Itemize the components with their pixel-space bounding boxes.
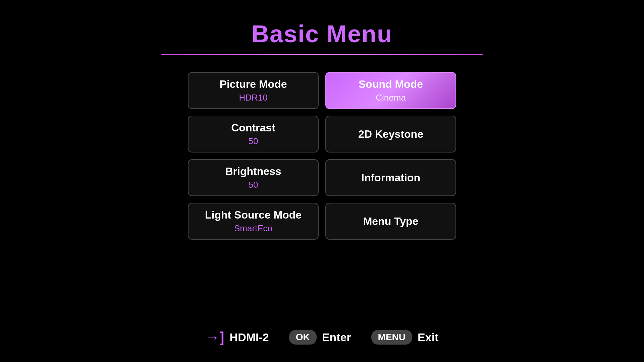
input-source-icon: →] — [206, 329, 224, 345]
input-source-section: →] HDMI-2 — [206, 329, 269, 345]
page-title: Basic Menu — [161, 20, 483, 48]
menu-item-sound-mode[interactable]: Sound Mode Cinema — [325, 72, 456, 109]
picture-mode-value: HDR10 — [239, 93, 267, 103]
menu-item-light-source-mode[interactable]: Light Source Mode SmartEco — [188, 203, 319, 240]
brightness-value: 50 — [249, 180, 258, 190]
menu-item-2d-keystone[interactable]: 2D Keystone — [325, 116, 456, 153]
sound-mode-value: Cinema — [376, 93, 406, 103]
ok-enter-section: OK Enter — [289, 330, 351, 345]
menu-grid: Picture Mode HDR10 Sound Mode Cinema Con… — [188, 72, 456, 240]
menu-exit-section: MENU Exit — [371, 330, 439, 345]
sound-mode-label: Sound Mode — [359, 78, 423, 90]
light-source-mode-label: Light Source Mode — [205, 209, 302, 221]
enter-label: Enter — [322, 331, 351, 344]
menu-item-contrast[interactable]: Contrast 50 — [188, 116, 319, 153]
footer: →] HDMI-2 OK Enter MENU Exit — [0, 329, 644, 345]
menu-item-brightness[interactable]: Brightness 50 — [188, 159, 319, 196]
brightness-label: Brightness — [225, 165, 281, 178]
menu-item-information[interactable]: Information — [325, 159, 456, 196]
menu-type-label: Menu Type — [363, 215, 419, 228]
contrast-value: 50 — [249, 136, 258, 146]
exit-label: Exit — [418, 331, 438, 344]
menu-item-picture-mode[interactable]: Picture Mode HDR10 — [188, 72, 319, 109]
input-source-label: HDMI-2 — [230, 331, 269, 344]
ok-badge: OK — [289, 330, 317, 345]
2d-keystone-label: 2D Keystone — [358, 128, 423, 140]
information-label: Information — [361, 172, 420, 184]
menu-badge: MENU — [371, 330, 412, 345]
picture-mode-label: Picture Mode — [220, 78, 287, 90]
menu-item-menu-type[interactable]: Menu Type — [325, 203, 456, 240]
header: Basic Menu — [161, 20, 483, 55]
contrast-label: Contrast — [231, 122, 275, 134]
header-divider — [161, 54, 483, 55]
light-source-mode-value: SmartEco — [234, 223, 272, 234]
